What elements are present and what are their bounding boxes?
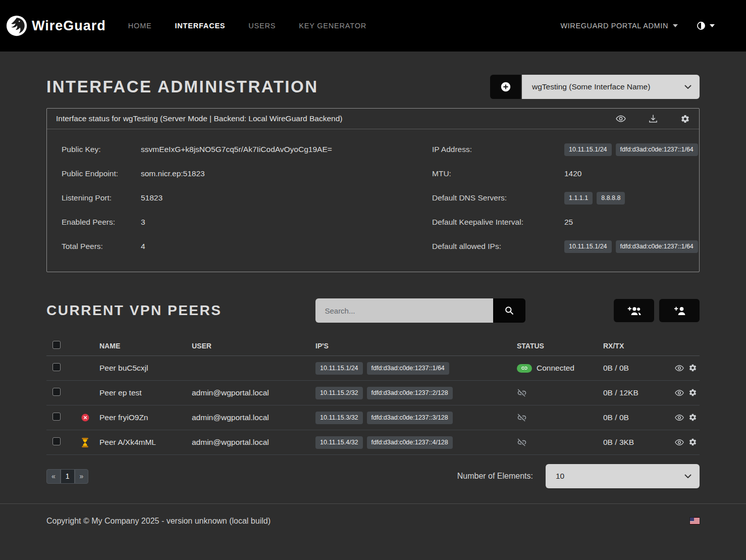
- row-checkbox[interactable]: [52, 388, 61, 396]
- peer-pending-icon: [81, 438, 89, 447]
- status-right-column: IP Address: 10.11.15.1/24 fdfd:d3ad:c0de…: [432, 137, 698, 259]
- view-peer-button[interactable]: [675, 388, 684, 397]
- gear-icon: [680, 114, 690, 124]
- field-ip-address: IP Address: 10.11.15.1/24 fdfd:d3ad:c0de…: [432, 137, 698, 162]
- interface-select[interactable]: wgTesting (Some Interface Name): [522, 75, 700, 99]
- interface-select-value: wgTesting (Some Interface Name): [532, 82, 650, 91]
- peer-ip-badge: fdfd:d3ad:c0de:1237::3/128: [367, 412, 453, 424]
- caret-down-icon: [673, 24, 678, 27]
- main-content: INTERFACE ADMINISTRATION wgTesting (Some…: [0, 52, 746, 488]
- view-peer-button[interactable]: [675, 413, 684, 422]
- gear-icon: [688, 364, 697, 372]
- card-actions: [616, 114, 690, 124]
- peer-name: Peer A/Xk4mML: [99, 438, 192, 447]
- ip-badge: 10.11.15.1/24: [564, 240, 612, 253]
- add-people-icon: [626, 306, 642, 316]
- peer-name: Peer buC5cxjl: [99, 364, 192, 373]
- add-peer-button[interactable]: [659, 299, 700, 322]
- add-buttons: [614, 299, 700, 322]
- gear-icon: [688, 413, 697, 422]
- select-all-checkbox[interactable]: [52, 341, 61, 349]
- nav-item-key-generator[interactable]: KEY GENERATOR: [299, 22, 366, 30]
- add-multiple-peers-button[interactable]: [614, 299, 654, 322]
- chevron-down-icon: [684, 85, 691, 89]
- table-row: Peer A/Xk4mML admin@wgportal.local 10.11…: [46, 430, 700, 455]
- field-enabled-peers: Enabled Peers: 3: [62, 210, 432, 234]
- edit-interface-button[interactable]: [680, 114, 690, 124]
- ip-badge: fdfd:d3ad:c0de:1237::1/64: [616, 143, 698, 156]
- disconnected-link-off-icon: [517, 388, 527, 398]
- navbar: WireGuard HOME INTERFACES USERS KEY GENE…: [0, 0, 746, 52]
- search-icon: [504, 306, 514, 316]
- peer-user: admin@wgportal.local: [192, 438, 315, 447]
- page-head: INTERFACE ADMINISTRATION wgTesting (Some…: [46, 75, 700, 99]
- table-footer: « 1 » Number of Elements: 10: [46, 464, 700, 488]
- disconnected-link-off-icon: [517, 437, 527, 447]
- elements-per-page: Number of Elements: 10: [457, 464, 700, 488]
- table-row: Peer ep test admin@wgportal.local 10.11.…: [46, 381, 700, 405]
- brand-name: WireGuard: [32, 18, 106, 34]
- connected-link-icon: [517, 364, 532, 373]
- eye-icon: [675, 413, 684, 422]
- navbar-right: WIREGUARD PORTAL ADMIN: [560, 21, 715, 31]
- nav-item-users[interactable]: USERS: [248, 22, 276, 30]
- peer-rxtx: 0B / 12KB: [603, 388, 670, 397]
- edit-peer-button[interactable]: [688, 438, 697, 447]
- pagination-next-button[interactable]: »: [75, 469, 89, 484]
- user-menu-dropdown[interactable]: WIREGUARD PORTAL ADMIN: [560, 22, 678, 30]
- nav-item-interfaces[interactable]: INTERFACES: [175, 22, 226, 30]
- elements-label: Number of Elements:: [457, 472, 533, 481]
- peer-expired-icon: [81, 413, 90, 422]
- peer-ip-badge: 10.11.15.1/24: [315, 362, 363, 375]
- peer-rxtx: 0B / 0B: [603, 413, 670, 422]
- table-row: Peer fryiO9Zn admin@wgportal.local 10.11…: [46, 405, 700, 430]
- view-peer-button[interactable]: [675, 364, 684, 373]
- search-group: [315, 298, 525, 323]
- brand[interactable]: WireGuard: [6, 15, 106, 36]
- field-total-peers: Total Peers: 4: [62, 234, 432, 259]
- field-allowed-ips: Default allowed IPs: 10.11.15.1/24 fdfd:…: [432, 234, 698, 259]
- dns-badge: 1.1.1.1: [564, 192, 593, 205]
- view-peer-button[interactable]: [675, 438, 684, 447]
- peer-ip-badge: 10.11.15.2/32: [315, 387, 363, 399]
- chevron-down-icon: [684, 474, 691, 478]
- nav-links: HOME INTERFACES USERS KEY GENERATOR: [128, 22, 366, 30]
- table-header-row: NAME USER IP'S STATUS RX/TX: [46, 336, 700, 356]
- column-ips: IP'S: [315, 342, 517, 350]
- elements-select[interactable]: 10: [546, 464, 700, 488]
- peers-table: NAME USER IP'S STATUS RX/TX Peer buC5cxj…: [46, 336, 700, 455]
- row-checkbox[interactable]: [52, 413, 61, 421]
- eye-icon: [616, 114, 626, 124]
- footer: Copyright © My Company 2025 - version un…: [0, 503, 746, 538]
- add-interface-button[interactable]: [490, 75, 521, 99]
- peer-ip-badge: fdfd:d3ad:c0de:1237::2/128: [367, 387, 453, 399]
- nav-item-home[interactable]: HOME: [128, 22, 152, 30]
- search-input[interactable]: [315, 298, 493, 323]
- peer-ip-badge: 10.11.15.4/32: [315, 436, 363, 449]
- us-flag-language-icon[interactable]: [690, 518, 700, 524]
- pagination-page-1[interactable]: 1: [61, 469, 75, 484]
- theme-toggle-dropdown[interactable]: [696, 21, 715, 31]
- eye-icon: [675, 438, 684, 447]
- disconnected-link-off-icon: [517, 413, 527, 423]
- field-default-dns: Default DNS Servers: 1.1.1.1 8.8.8.8: [432, 186, 698, 210]
- peer-name: Peer ep test: [99, 388, 192, 397]
- peer-name: Peer fryiO9Zn: [99, 413, 192, 422]
- edit-peer-button[interactable]: [688, 388, 697, 397]
- status-label: Connected: [537, 364, 574, 373]
- row-checkbox[interactable]: [52, 363, 61, 371]
- peer-ip-badge: fdfd:d3ad:c0de:1237::4/128: [367, 436, 453, 449]
- column-rxtx: RX/TX: [603, 342, 670, 350]
- row-checkbox[interactable]: [52, 437, 61, 445]
- search-button[interactable]: [493, 298, 525, 323]
- edit-peer-button[interactable]: [688, 364, 697, 373]
- field-public-key: Public Key: ssvmEeIxG+k8jsNO5G7cq5r/Ak7I…: [62, 137, 432, 162]
- download-config-button[interactable]: [648, 114, 658, 124]
- eye-icon: [675, 364, 684, 373]
- pagination-prev-button[interactable]: «: [46, 469, 61, 484]
- view-config-button[interactable]: [616, 114, 626, 124]
- card-title: Interface status for wgTesting (Server M…: [56, 114, 342, 123]
- peer-user: admin@wgportal.local: [192, 413, 315, 422]
- gear-icon: [688, 438, 697, 446]
- edit-peer-button[interactable]: [688, 413, 697, 422]
